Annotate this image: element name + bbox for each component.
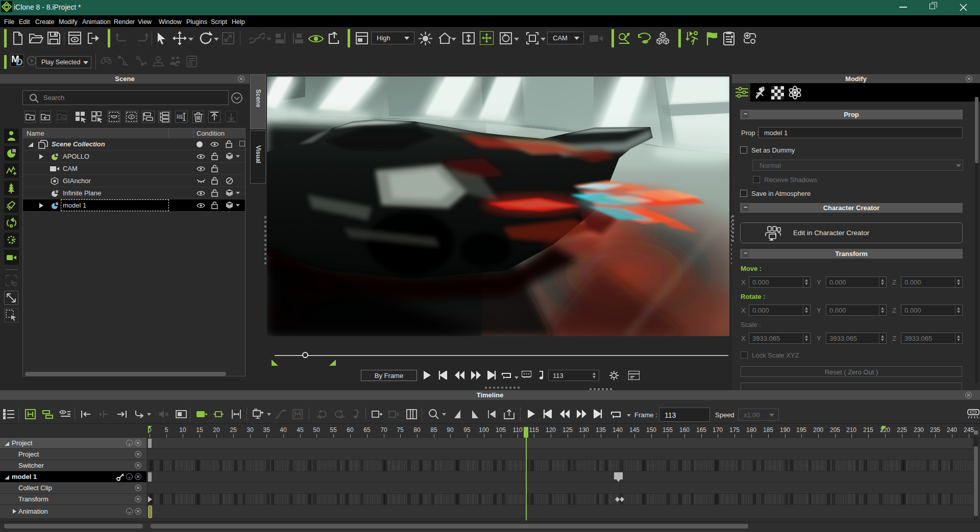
svg-text:RE: RE (177, 114, 184, 120)
